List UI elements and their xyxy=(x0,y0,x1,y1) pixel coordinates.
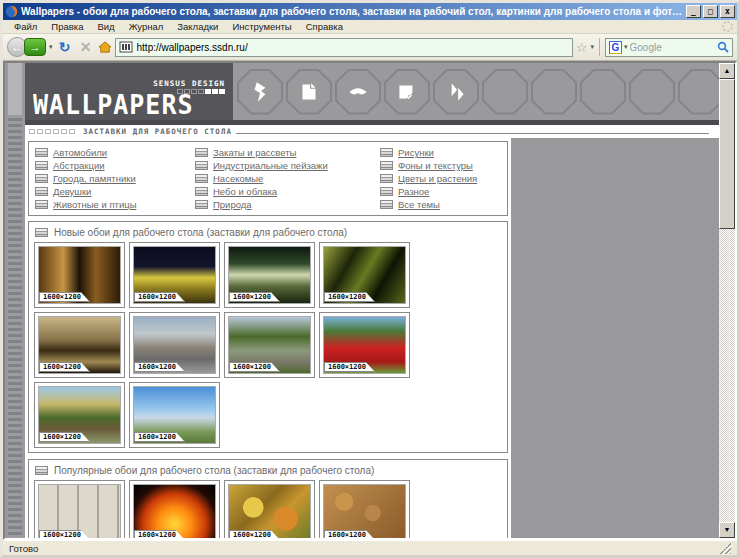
octagon-glyph-icon-5 xyxy=(443,79,469,105)
minimize-button[interactable]: _ xyxy=(686,5,701,18)
category-label: Города, памятники xyxy=(53,173,136,184)
page-main: SENSUS DESIGN WALLPAPERS ЗАСТАВКИ ДЛЯ РА… xyxy=(25,63,719,538)
vertical-scrollbar[interactable]: ▲ ▼ xyxy=(719,63,735,538)
menu-item-4[interactable]: Журнал xyxy=(122,21,171,32)
category-link[interactable]: Рисунки xyxy=(380,147,501,158)
status-text: Готово xyxy=(9,543,38,554)
url-input[interactable] xyxy=(137,42,569,53)
octagon-glyph-icon-4 xyxy=(394,79,420,105)
search-input[interactable] xyxy=(630,42,715,53)
resize-grip[interactable] xyxy=(720,543,731,554)
thumbnail-monument-square[interactable]: 1600×1200 xyxy=(34,382,125,448)
menu-item-5[interactable]: Закладки xyxy=(170,21,225,32)
category-link[interactable]: Разное xyxy=(380,186,501,197)
stop-button[interactable]: ✕ xyxy=(77,39,95,55)
status-bar: Готово xyxy=(3,540,737,555)
category-link[interactable]: Природа xyxy=(195,199,380,210)
tagline-square xyxy=(69,129,75,134)
site-logo[interactable]: SENSUS DESIGN WALLPAPERS xyxy=(25,63,233,120)
scroll-down-icon[interactable]: ▼ xyxy=(719,522,735,538)
thumbnail-night-park-trees[interactable]: 1600×1200 xyxy=(319,242,410,308)
reload-button[interactable]: ↻ xyxy=(56,39,74,55)
category-icon xyxy=(35,148,48,157)
title-bar[interactable]: Wallpapers - обои для рабочего стола, за… xyxy=(3,3,737,20)
thumbnail-city-street[interactable]: 1600×1200 xyxy=(129,312,220,378)
category-icon xyxy=(195,174,208,183)
magnifier-icon[interactable] xyxy=(717,41,729,53)
octagon-glyph-icon-1 xyxy=(247,79,273,105)
category-icon xyxy=(380,187,393,196)
thumbnail-brick-wall[interactable]: 1600×1200 xyxy=(34,480,125,538)
browser-window: Wallpapers - обои для рабочего стола, за… xyxy=(0,0,740,558)
tagline-text: ЗАСТАВКИ ДЛЯ РАБОЧЕГО СТОЛА xyxy=(83,127,232,136)
category-link[interactable]: Автомобили xyxy=(35,147,195,158)
category-link[interactable]: Насекомые xyxy=(195,173,380,184)
category-label: Природа xyxy=(213,199,252,210)
thumbnail-fire-flames[interactable]: 1600×1200 xyxy=(129,480,220,538)
category-label: Закаты и рассветы xyxy=(213,147,296,158)
category-icon xyxy=(195,148,208,157)
tagline-strip: ЗАСТАВКИ ДЛЯ РАБОЧЕГО СТОЛА xyxy=(25,125,719,138)
menu-item-3[interactable]: Вид xyxy=(90,21,121,32)
home-icon[interactable] xyxy=(98,41,112,53)
tagline-square xyxy=(45,129,51,134)
menu-item-1[interactable]: Файл xyxy=(7,21,44,32)
category-link[interactable]: Все темы xyxy=(380,199,501,210)
browser-viewport: SENSUS DESIGN WALLPAPERS ЗАСТАВКИ ДЛЯ РА… xyxy=(3,61,737,540)
category-label: Животные и птицы xyxy=(53,199,136,210)
category-link[interactable]: Животные и птицы xyxy=(35,199,195,210)
category-link[interactable]: Закаты и рассветы xyxy=(195,147,380,158)
forward-button[interactable]: → xyxy=(24,38,46,56)
bookmark-star-icon[interactable]: ☆ xyxy=(576,40,588,55)
history-dropdown-icon[interactable]: ▾ xyxy=(49,43,53,51)
thumbnail-image xyxy=(38,484,121,538)
scroll-up-icon[interactable]: ▲ xyxy=(719,63,735,79)
category-link[interactable]: Абстракции xyxy=(35,160,195,171)
octagon-6 xyxy=(482,69,528,115)
menu-item-2[interactable]: Правка xyxy=(44,21,90,32)
category-label: Девушки xyxy=(53,186,91,197)
page-header: SENSUS DESIGN WALLPAPERS xyxy=(25,63,719,120)
thumbnail-grid: 1600×12001600×12001600×12001600×12001600… xyxy=(34,480,502,538)
section-icon xyxy=(35,466,48,475)
thumbnail-autumn-leaves[interactable]: 1600×1200 xyxy=(224,480,315,538)
tagline-squares xyxy=(29,129,75,134)
category-icon xyxy=(380,161,393,170)
category-link[interactable]: Небо и облака xyxy=(195,186,380,197)
thumbnail-victory-column[interactable]: 1600×1200 xyxy=(129,382,220,448)
thumbnail-night-building-gates[interactable]: 1600×1200 xyxy=(129,242,220,308)
category-link[interactable]: Цветы и растения xyxy=(380,173,501,184)
scrollbar-thumb[interactable] xyxy=(719,79,735,229)
thumbnail-grid: 1600×12001600×12001600×12001600×12001600… xyxy=(34,242,502,448)
thumbnail-night-white-building[interactable]: 1600×1200 xyxy=(224,242,315,308)
category-link[interactable]: Девушки xyxy=(35,186,195,197)
thumbnail-image xyxy=(133,484,216,538)
thumbnail-image xyxy=(323,484,406,538)
bookmark-dropdown-icon[interactable]: ▾ xyxy=(590,43,594,51)
brand-wordmark: WALLPAPERS xyxy=(33,93,225,118)
address-bar[interactable] xyxy=(115,38,573,57)
search-engine-dropdown-icon[interactable]: ▾ xyxy=(624,43,628,51)
category-link[interactable]: Индустриальные пейзажи xyxy=(195,160,380,171)
thumbnail-night-park-alley[interactable]: 1600×1200 xyxy=(34,242,125,308)
thumbnail-teddy-bears[interactable]: 1600×1200 xyxy=(319,480,410,538)
scrollbar-track[interactable] xyxy=(719,79,735,522)
thumbnail-boulevard-flowers[interactable]: 1600×1200 xyxy=(224,312,315,378)
section-new: Новые обои для рабочего стола (заставки … xyxy=(28,221,508,453)
category-link[interactable]: Города, памятники xyxy=(35,173,195,184)
maximize-button[interactable]: □ xyxy=(703,5,718,18)
thumbnail-autumn-alley[interactable]: 1600×1200 xyxy=(34,312,125,378)
octagon-7 xyxy=(531,69,577,115)
page-left-stripe-bar xyxy=(8,63,22,538)
firefox-icon xyxy=(5,5,18,18)
search-box[interactable]: G ▾ xyxy=(605,38,733,57)
menu-item-7[interactable]: Справка xyxy=(299,21,350,32)
thumbnail-red-tulips[interactable]: 1600×1200 xyxy=(319,312,410,378)
category-link[interactable]: Фоны и текстуры xyxy=(380,160,501,171)
category-label: Разное xyxy=(398,186,429,197)
menu-item-6[interactable]: Инструменты xyxy=(225,21,298,32)
close-button[interactable]: x xyxy=(720,5,735,18)
tagline-rule xyxy=(236,133,709,134)
category-label: Фоны и текстуры xyxy=(398,160,473,171)
category-icon xyxy=(380,148,393,157)
